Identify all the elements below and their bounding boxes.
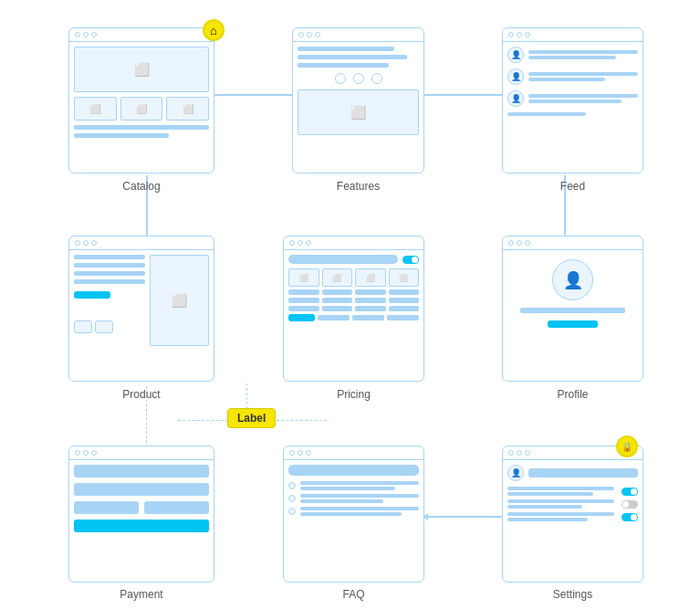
pricing-search: [288, 255, 398, 264]
product-titlebar: [69, 236, 214, 250]
faq-body: [284, 460, 423, 520]
dot1: [508, 240, 514, 246]
profile-name: [520, 308, 624, 313]
feed-line2b: [528, 78, 605, 81]
profile-avatar: 👤: [552, 259, 593, 300]
feed-line1a: [528, 50, 638, 54]
connector-faq-settings: [426, 516, 504, 518]
lock-badge: 🔒: [616, 436, 638, 457]
settings-toggle1[interactable]: [622, 488, 638, 496]
features-body: ⬜: [293, 42, 423, 140]
pr-img1: ⬜: [288, 268, 319, 287]
f-circle3: [371, 73, 382, 84]
pay-line3a: [74, 501, 139, 514]
settings-body: 👤: [503, 460, 643, 526]
feed-line3b: [528, 100, 622, 103]
p-line2: [74, 263, 145, 268]
f-line1: [298, 47, 394, 51]
settings-card: 👤: [502, 446, 643, 583]
profile-card: 👤: [502, 236, 643, 382]
profile-titlebar: [503, 236, 643, 250]
p-btn[interactable]: [74, 291, 110, 299]
payment-titlebar: [69, 446, 214, 460]
feed-avatar1: 👤: [507, 47, 524, 63]
dot1: [75, 450, 80, 456]
faq-radio2[interactable]: [288, 495, 296, 502]
feed-line1b: [528, 56, 616, 59]
faq-search: [288, 465, 419, 476]
settings-toggle2[interactable]: [622, 500, 638, 509]
p-line4: [74, 279, 145, 284]
pay-line1: [74, 465, 209, 478]
payment-body: [69, 460, 214, 537]
dot3: [91, 450, 97, 456]
dot2: [298, 450, 303, 456]
pay-line3b: [144, 501, 209, 514]
p-btn3[interactable]: [95, 320, 113, 333]
pr-img4: ⬜: [389, 268, 420, 287]
catalog-img3: ⬜: [166, 97, 209, 121]
connector-catalog-features: [214, 94, 294, 96]
dot2: [83, 450, 89, 456]
home-badge: ⌂: [203, 19, 225, 41]
catalog-hero-img: ⬜: [74, 47, 209, 92]
feed-line3a: [528, 94, 638, 98]
dot3: [525, 450, 530, 456]
dot1: [508, 450, 514, 456]
pricing-card: ⬜ ⬜ ⬜ ⬜: [283, 236, 424, 382]
f-line3: [298, 63, 389, 68]
f-img: ⬜: [298, 89, 419, 135]
canvas: ⌂ 🔒 Label ⬜ ⬜ ⬜ ⬜ Ca: [0, 0, 700, 609]
pricing-titlebar: [284, 236, 423, 250]
pr-img3: ⬜: [355, 268, 386, 287]
faq-radio1[interactable]: [288, 482, 296, 489]
dot2: [83, 240, 89, 246]
profile-label: Profile: [502, 388, 643, 401]
dot3: [306, 240, 311, 246]
catalog-img2: ⬜: [120, 97, 163, 121]
label-node-text: Label: [237, 412, 266, 425]
faq-titlebar: [284, 446, 423, 460]
label-node[interactable]: Label: [227, 408, 276, 428]
dot2: [83, 32, 89, 37]
dot3: [306, 450, 311, 456]
dot3: [91, 32, 97, 37]
catalog-card: ⬜ ⬜ ⬜ ⬜: [68, 27, 214, 173]
profile-btn[interactable]: [548, 320, 598, 328]
connector-label-right: [277, 420, 327, 421]
catalog-line1: [74, 125, 209, 130]
pay-cta[interactable]: [74, 520, 209, 532]
pr-img2: ⬜: [322, 268, 353, 287]
dot2: [298, 240, 303, 246]
feed-line2a: [528, 72, 638, 76]
catalog-body: ⬜ ⬜ ⬜ ⬜: [69, 42, 214, 142]
settings-avatar: 👤: [507, 465, 524, 481]
f-line2: [298, 55, 407, 59]
dot3: [315, 32, 320, 37]
pay-line2: [74, 483, 209, 496]
faq-radio3[interactable]: [288, 508, 296, 515]
settings-toggle3[interactable]: [622, 513, 638, 521]
feed-line4: [507, 112, 586, 116]
dot2: [517, 450, 522, 456]
dot2: [517, 240, 522, 246]
pricing-label: Pricing: [283, 388, 424, 401]
catalog-line2: [74, 133, 169, 138]
feed-body: 👤 👤 👤: [503, 42, 643, 121]
dot1: [298, 32, 304, 37]
dot1: [508, 32, 514, 37]
pricing-toggle[interactable]: [402, 256, 419, 264]
dot3: [525, 240, 530, 246]
feed-card: 👤 👤 👤: [502, 27, 643, 173]
lock-icon: 🔒: [622, 442, 632, 452]
feed-avatar3: 👤: [507, 90, 524, 107]
home-icon: ⌂: [210, 24, 217, 37]
payment-card: [68, 446, 214, 583]
settings-label: Settings: [502, 588, 643, 601]
p-btn2[interactable]: [74, 320, 92, 333]
pr-cta[interactable]: [288, 314, 315, 321]
catalog-titlebar: [69, 28, 214, 42]
faq-card: [283, 446, 424, 583]
f-circle1: [335, 73, 346, 84]
connector-features-feed: [422, 94, 504, 96]
